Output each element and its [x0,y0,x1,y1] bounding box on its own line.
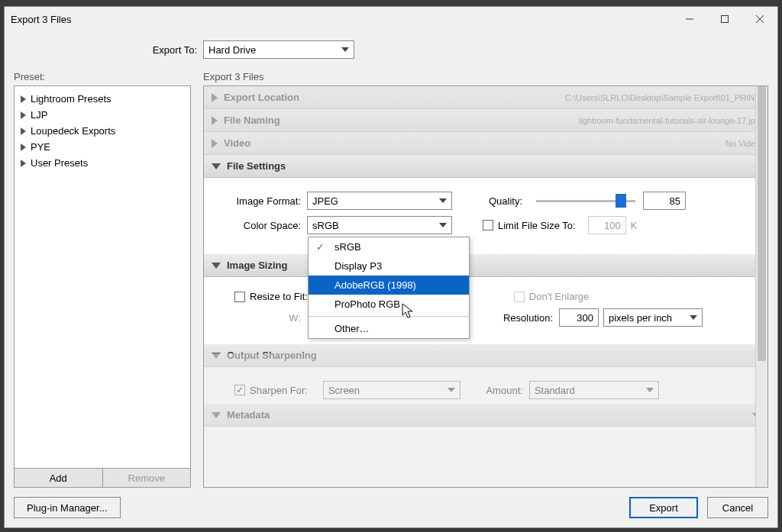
chevron-right-icon [212,139,218,148]
export-to-dropdown[interactable]: Hard Drive [203,40,354,59]
amount-label: Amount: [460,385,529,396]
chevron-down-icon [690,315,697,320]
dont-enlarge-label: Don't Enlarge [529,291,589,302]
chevron-right-icon [21,95,26,103]
remove-preset-button[interactable]: Remove [103,469,191,487]
chevron-down-icon [212,263,221,269]
sharpen-for-label: Sharpen For: [250,385,308,396]
chevron-down-icon [212,163,221,169]
menu-item-other[interactable]: Other… [309,319,469,338]
chevron-down-icon [448,388,455,392]
window-controls [672,7,777,31]
dont-enlarge-checkbox[interactable] [514,292,525,302]
maximize-button[interactable] [707,7,742,31]
minimize-button[interactable] [672,7,707,31]
menu-item-displayp3[interactable]: Display P3 [309,256,469,276]
sharpen-for-select[interactable]: Screen [323,381,460,399]
menu-item-srgb[interactable]: ✓sRGB [309,237,469,256]
panel-metadata[interactable]: Metadata [204,404,767,427]
preset-heading: Preset: [14,71,191,82]
close-button[interactable] [742,7,777,31]
image-format-label: Image Format: [219,195,307,207]
chevron-down-icon [439,198,447,203]
check-icon: ✓ [316,241,325,253]
resize-to-fit-label: Resize to Fit: [250,291,308,302]
export-dialog: Export 3 Files Export To: Hard Drive Pre… [4,6,778,528]
panel-image-sizing[interactable]: Image Sizing [204,254,767,277]
preset-item[interactable]: PYE [18,139,187,155]
quality-label: Quality: [483,195,528,207]
panel-file-settings[interactable]: File Settings [204,155,767,178]
color-space-label: Color Space: [219,220,307,231]
resolution-unit-select[interactable]: pixels per inch [603,308,703,327]
plugin-manager-button[interactable]: Plug-in Manager... [14,497,121,518]
chevron-down-icon [439,223,447,227]
color-space-dropdown-menu: ✓sRGB Display P3 AdobeRGB (1998) ProPhot… [308,237,470,339]
sharpen-for-checkbox[interactable] [234,385,245,395]
panels-scrollbar[interactable] [755,86,767,487]
chevron-down-icon [212,353,221,359]
chevron-down-icon [212,412,221,418]
right-heading: Export 3 Files [203,71,768,82]
add-preset-button[interactable]: Add [15,469,103,487]
limit-filesize-input[interactable] [588,216,626,234]
chevron-right-icon [21,143,26,151]
preset-item[interactable]: Loupedeck Exports [18,123,187,139]
svg-rect-1 [722,16,729,23]
limit-filesize-checkbox[interactable] [483,220,493,231]
quality-slider[interactable] [536,193,635,208]
resolution-input[interactable] [559,308,599,327]
menu-item-prophoto[interactable]: ProPhoto RGB [309,295,469,314]
chevron-right-icon [21,160,26,167]
export-button[interactable]: Export [629,497,698,518]
w-label: W: [219,312,307,324]
chevron-down-icon [646,388,654,392]
image-format-select[interactable]: JPEG [307,192,452,210]
quality-input[interactable] [643,192,686,210]
chevron-right-icon [212,93,218,102]
resolution-label: Resolution: [498,312,559,324]
amount-select[interactable]: Standard [529,381,659,399]
settings-panels: Export Location C:\Users\SLRLO\Desktop\S… [203,85,768,488]
export-to-label: Export To: [14,44,203,56]
color-space-select[interactable]: sRGB [307,216,452,234]
panel-video[interactable]: Video No Video [204,132,767,155]
cancel-button[interactable]: Cancel [707,497,768,518]
panel-file-naming[interactable]: File Naming lightroom-fundamental-tutori… [204,109,767,132]
chevron-right-icon [21,127,26,135]
titlebar: Export 3 Files [5,7,777,31]
preset-item[interactable]: LJP [18,107,187,123]
preset-list: Lightroom Presets LJP Loupedeck Exports … [14,85,191,469]
menu-item-adobergb[interactable]: AdobeRGB (1998) [309,276,469,295]
limit-filesize-label: Limit File Size To: [498,220,576,231]
panel-export-location[interactable]: Export Location C:\Users\SLRLO\Desktop\S… [204,86,767,109]
panel-output-sharpening[interactable]: Output Sharpening [204,344,767,367]
chevron-right-icon [21,111,26,119]
preset-item[interactable]: Lightroom Presets [18,91,187,107]
resize-to-fit-checkbox[interactable] [234,292,245,302]
chevron-right-icon [212,116,218,125]
preset-item[interactable]: User Presets [18,155,187,171]
chevron-down-icon [341,47,349,52]
window-title: Export 3 Files [11,14,672,25]
